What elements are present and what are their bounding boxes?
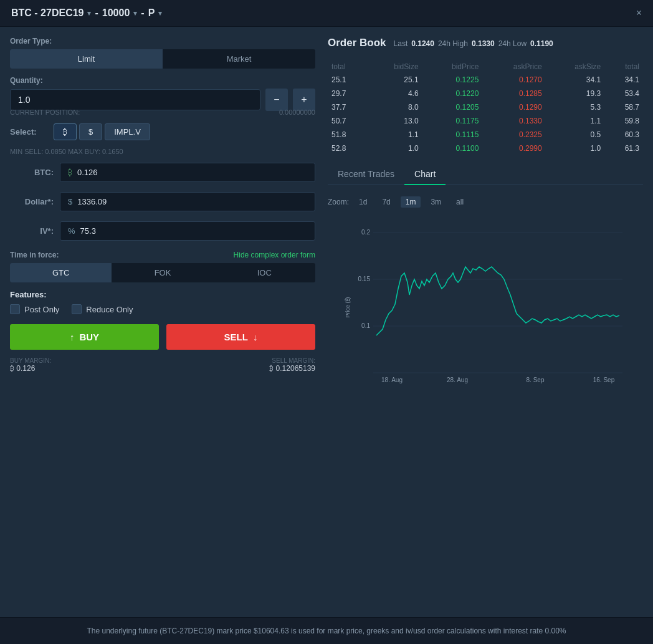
order-type-toggle: Limit Market [10,49,315,69]
cell-bid-size: 4.6 [366,87,422,100]
features-label: Features: [10,290,315,299]
x-label-aug18: 18. Aug [381,377,403,383]
col-ask-size: askSize [546,60,604,73]
table-row: 51.8 1.1 0.1115 0.2325 0.5 60.3 [328,128,643,142]
col-total-left: total [328,60,366,73]
tab-chart[interactable]: Chart [404,164,446,185]
iv-input-wrap[interactable]: % 75.3 [60,221,315,241]
cell-ask-price: 0.1270 [482,73,545,87]
col-bid-price: bidPrice [422,60,483,73]
select-usd-button[interactable]: $ [79,123,102,140]
x-label-sep8: 8. Sep [527,377,545,383]
col-bid-size: bidSize [366,60,422,73]
zoom-1m-button[interactable]: 1m [401,196,421,208]
tab-recent-trades[interactable]: Recent Trades [328,164,404,185]
cell-total-right: 58.7 [604,100,643,114]
col-total-right: total [604,60,643,73]
quantity-minus-button[interactable]: − [265,89,288,111]
footer-note: The underlying future (BTC-27DEC19) mark… [0,617,653,644]
chart-tabs: Recent Trades Chart [328,164,643,185]
buy-margin-item: BUY MARGIN: ₿ 0.126 [10,357,51,373]
table-row: 29.7 4.6 0.1220 0.1285 19.3 53.4 [328,87,643,100]
tif-ioc-button[interactable]: IOC [214,263,315,282]
cell-total-left: 52.8 [328,142,366,155]
buy-margin-value: ₿ 0.126 [10,364,51,373]
buy-arrow-icon: ↑ [70,332,75,342]
market-button[interactable]: Market [163,49,315,69]
tif-fok-button[interactable]: FOK [112,263,213,282]
zoom-row: Zoom: 1d 7d 1m 3m all [328,196,643,208]
current-position-label: CURRENT POSITION: [10,108,80,116]
btc-input-wrap[interactable]: ₿ 0.126 [60,163,315,182]
btc-label: BTC: [10,168,54,177]
zoom-7d-button[interactable]: 7d [377,196,395,208]
select-implv-button[interactable]: IMPL.V [105,123,150,140]
last-value: 0.1240 [411,39,434,48]
header-type: P [148,7,155,19]
chart-svg-wrapper: 0.2 0.15 0.1 Price (₿) 18. Aug 28. Aug 8… [328,214,643,390]
quantity-label: Quantity: [10,76,315,85]
size-dropdown-icon[interactable]: ▾ [133,9,137,17]
hide-complex-link[interactable]: Hide complex order form [234,251,315,259]
min-max-row: MIN SELL: 0.0850 MAX BUY: 0.1650 [10,148,315,155]
iv-label: IV*: [10,226,54,236]
min-sell-label: MIN SELL: 0.0850 [10,148,66,155]
header-separator2: - [141,7,144,19]
limit-button[interactable]: Limit [10,49,163,69]
tif-section: Time in force: Hide complex order form G… [10,251,315,282]
header: BTC - 27DEC19 ▾ - 10000 ▾ - P ▾ × [0,0,653,27]
orderbook-title: Order Book [328,37,386,49]
main-container: BTC - 27DEC19 ▾ - 10000 ▾ - P ▾ × Order … [0,0,653,644]
cell-bid-size: 8.0 [366,100,422,114]
y-axis-label: Price (₿) [345,297,351,317]
footer-text: The underlying future (BTC-27DEC19) mark… [87,627,566,635]
orderbook-table: total bidSize bidPrice askPrice askSize … [328,60,643,155]
tif-buttons: GTC FOK IOC [10,263,315,282]
btc-icon: ₿ [68,168,72,177]
tif-header: Time in force: Hide complex order form [10,251,315,259]
low-label: 24h Low [498,39,527,48]
header-title: BTC - 27DEC19 ▾ - 10000 ▾ - P ▾ [11,7,162,19]
instrument-dropdown-icon[interactable]: ▾ [87,9,91,17]
cell-total-right: 60.3 [604,128,643,142]
sell-margin-label: SELL MARGIN: [269,357,315,364]
post-only-checkbox[interactable] [10,304,20,314]
zoom-3m-button[interactable]: 3m [426,196,446,208]
close-button[interactable]: × [636,8,642,18]
iv-icon: % [68,226,75,236]
zoom-1d-button[interactable]: 1d [354,196,372,208]
quantity-input[interactable] [10,89,260,110]
instrument-name: BTC - 27DEC19 [11,7,83,19]
buy-label: BUY [79,332,99,342]
tif-label: Time in force: [10,251,59,259]
sell-button[interactable]: SELL ↓ [166,324,315,350]
chart-area: Zoom: 1d 7d 1m 3m all [328,191,643,607]
select-btc-button[interactable]: ₿ [54,123,77,140]
dollar-input-wrap[interactable]: $ 1336.09 [60,192,315,211]
dollar-price-row: Dollar*: $ 1336.09 [10,192,315,211]
right-panel: Order Book Last 0.1240 24h High 0.1330 2… [328,37,643,607]
sell-arrow-icon: ↓ [253,332,258,342]
reduce-only-feature[interactable]: Reduce Only [72,304,133,314]
features-section: Features: Post Only Reduce Only [10,290,315,314]
action-buttons: ↑ BUY SELL ↓ [10,324,315,350]
y-label-02: 0.2 [361,229,370,236]
cell-total-left: 29.7 [328,87,366,100]
quantity-plus-button[interactable]: + [293,89,315,111]
tif-gtc-button[interactable]: GTC [10,263,112,282]
header-separator1: - [95,7,98,19]
buy-button[interactable]: ↑ BUY [10,324,159,350]
orderbook-header: Order Book Last 0.1240 24h High 0.1330 2… [328,37,643,49]
post-only-feature[interactable]: Post Only [10,304,59,314]
margin-row: BUY MARGIN: ₿ 0.126 SELL MARGIN: ₿ 0.120… [10,357,315,373]
reduce-only-checkbox[interactable] [72,304,82,314]
cell-total-right: 59.8 [604,114,643,128]
zoom-all-button[interactable]: all [451,196,469,208]
type-dropdown-icon[interactable]: ▾ [158,9,162,17]
table-row: 52.8 1.0 0.1100 0.2990 1.0 61.3 [328,142,643,155]
cell-bid-price: 0.1100 [422,142,483,155]
cell-total-left: 51.8 [328,128,366,142]
cell-ask-size: 0.5 [546,128,604,142]
order-type-section: Order Type: Limit Market [10,37,315,69]
cell-ask-size: 1.1 [546,114,604,128]
